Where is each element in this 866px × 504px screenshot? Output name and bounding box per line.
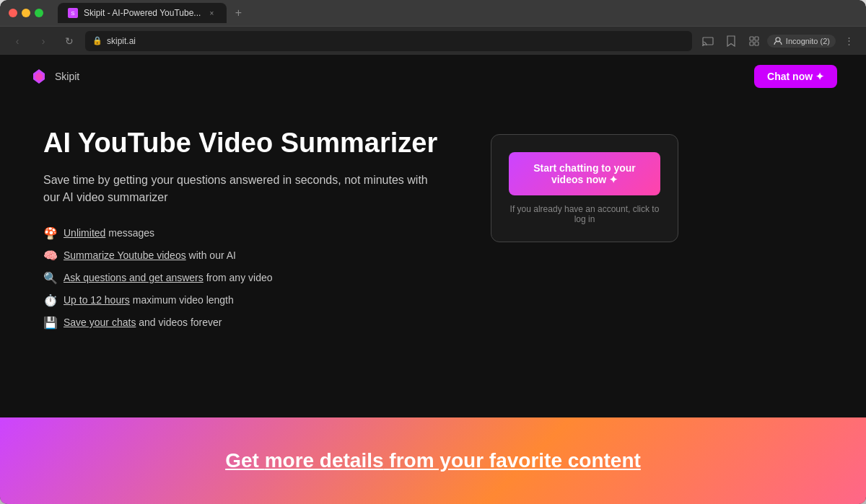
cta-primary-button[interactable]: Start chatting to your videos now ✦ [509,152,660,195]
browser-titlebar: S Skipit - AI-Powered YouTube... × + [0,0,866,26]
feature-emoji-4: ⏱️ [43,293,58,307]
feature-emoji-5: 💾 [43,316,58,330]
address-bar-lock: 🔒 [92,36,102,45]
bookmark-button[interactable] [721,31,741,51]
reload-button[interactable]: ↻ [59,31,79,51]
bottom-tagline: Get more details from your favorite cont… [225,449,641,472]
tagline-link[interactable]: more details [265,449,384,472]
feature-link-4[interactable]: Up to 12 hours [64,294,130,306]
hero-section: AI YouTube Video Summarizer Save time by… [0,98,866,417]
feature-item-4: ⏱️ Up to 12 hours maximum video length [43,293,447,307]
feature-link-2[interactable]: Summarize Youtube videos [64,249,186,261]
feature-emoji-2: 🧠 [43,249,58,262]
feature-link-3[interactable]: Ask questions and get answers [64,272,204,283]
svg-rect-3 [755,37,758,40]
tagline-before: Get [225,449,264,472]
nav-bar: ‹ › ↻ 🔒 skipit.ai Incognito (2) [0,26,866,55]
svg-rect-2 [750,37,753,40]
bottom-section: Get more details from your favorite cont… [0,417,866,504]
extensions-button[interactable] [744,31,764,51]
logo-icon [29,66,49,87]
address-bar[interactable]: 🔒 skipit.ai [85,31,692,51]
feature-item-1: 🍄 Unlimited messages [43,226,447,240]
svg-rect-4 [750,42,753,45]
hero-subtitle: Save time by getting your questions answ… [43,172,447,206]
tagline-after: from your favorite content [384,449,641,472]
traffic-light-close[interactable] [9,9,17,17]
active-tab[interactable]: S Skipit - AI-Powered YouTube... × [58,3,227,23]
browser-window: S Skipit - AI-Powered YouTube... × + ‹ ›… [0,0,866,504]
tab-label: Skipit - AI-Powered YouTube... [84,8,201,18]
cast-button[interactable] [698,31,718,51]
incognito-badge: Incognito (2) [767,35,836,48]
logo-text: Skipit [55,71,79,82]
forward-button[interactable]: › [33,31,53,51]
logo-area: Skipit [29,66,79,87]
traffic-light-minimize[interactable] [22,9,30,17]
address-bar-url: skipit.ai [107,36,136,46]
header-chat-now-button[interactable]: Chat now ✦ [754,65,837,88]
svg-point-1 [702,45,704,46]
back-button[interactable]: ‹ [7,31,27,51]
tab-bar: S Skipit - AI-Powered YouTube... × + [58,3,857,23]
hero-content: AI YouTube Video Summarizer Save time by… [43,127,447,330]
feature-list: 🍄 Unlimited messages 🧠 Summarize Youtube… [43,226,447,330]
new-tab-button[interactable]: + [229,4,247,22]
nav-right-icons: Incognito (2) ⋮ [698,31,859,51]
svg-rect-0 [703,37,713,45]
feature-item-2: 🧠 Summarize Youtube videos with our AI [43,249,447,262]
feature-item-5: 💾 Save your chats and videos forever [43,316,447,330]
cta-login-text: If you already have an account, click to… [509,204,660,224]
browser-chrome: S Skipit - AI-Powered YouTube... × + ‹ ›… [0,0,866,504]
menu-button[interactable]: ⋮ [839,31,859,51]
tab-close-button[interactable]: × [206,8,216,18]
feature-link-1[interactable]: Unlimited [64,227,105,239]
site-header: Skipit Chat now ✦ [0,55,866,98]
incognito-label: Incognito (2) [786,37,830,45]
website-content: Skipit Chat now ✦ AI YouTube Video Summa… [0,55,866,504]
traffic-light-maximize[interactable] [35,9,43,17]
feature-emoji-3: 🔍 [43,271,58,285]
hero-title: AI YouTube Video Summarizer [43,127,447,160]
cta-card: Start chatting to your videos now ✦ If y… [491,134,678,242]
feature-item-3: 🔍 Ask questions and get answers from any… [43,271,447,285]
tab-favicon: S [68,8,78,18]
feature-emoji-1: 🍄 [43,226,58,240]
feature-link-5[interactable]: Save your chats [64,317,136,328]
svg-rect-5 [755,42,758,45]
traffic-lights [9,9,43,17]
